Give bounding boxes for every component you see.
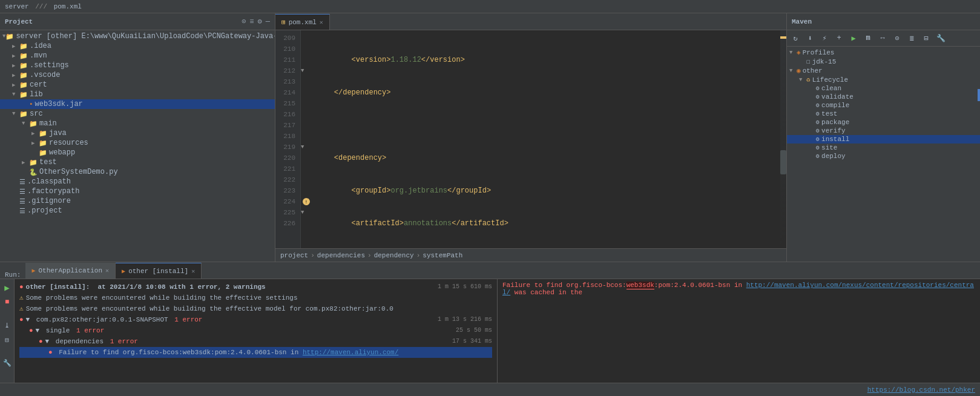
warn1-icon: ⚠ bbox=[19, 293, 24, 303]
tree-item-idea[interactable]: ▶ 📁 .idea bbox=[0, 41, 275, 51]
run-expand-com[interactable]: ▼ bbox=[26, 315, 30, 325]
run-err-failure[interactable]: ● Failure to find org.fisco-bcos:web3sdk… bbox=[19, 347, 492, 358]
tree-item-mvn[interactable]: ▶ 📁 .mvn bbox=[0, 51, 275, 61]
maven-profiles-item[interactable]: ▼ ◈ Profiles bbox=[787, 48, 980, 57]
scroll-thumb[interactable] bbox=[780, 150, 786, 174]
scrollbar-bg bbox=[780, 30, 786, 248]
ln-222: 222 bbox=[278, 174, 295, 185]
collapse-icon[interactable]: ≡ bbox=[249, 18, 254, 26]
tree-item-gitignore[interactable]: ☰ .gitignore bbox=[0, 196, 275, 206]
tree-item-factorypath[interactable]: ☰ .factorypath bbox=[0, 186, 275, 196]
fg-219[interactable]: ▼ bbox=[301, 142, 312, 153]
maven-compile-item[interactable]: ⚙ compile bbox=[787, 101, 980, 110]
tree-item-web3sdk[interactable]: ▪ web3sdk.jar bbox=[0, 99, 275, 109]
jar-icon: ▪ bbox=[29, 101, 33, 108]
tree-item-project[interactable]: ☰ .project bbox=[0, 206, 275, 216]
maven-offline-btn[interactable]: ⊙ bbox=[891, 32, 903, 44]
run-header-time: 1 m 15 s 610 ms bbox=[438, 282, 492, 292]
tab-pom-xml[interactable]: ⊞ pom.xml ✕ bbox=[275, 14, 330, 30]
install-run-icon: ▶ bbox=[122, 268, 125, 275]
fg-212[interactable]: ▼ bbox=[301, 65, 312, 76]
tree-item-webapp[interactable]: 📁 webapp bbox=[0, 148, 275, 157]
breadcrumb-bar: project › dependencies › dependency › sy… bbox=[275, 248, 786, 262]
scope-icon[interactable]: ⊙ bbox=[242, 17, 246, 26]
run-expand-deps[interactable]: ▼ bbox=[45, 337, 50, 346]
minimize-icon[interactable]: — bbox=[266, 18, 270, 26]
maven-download-btn[interactable]: ⬇ bbox=[804, 32, 816, 44]
status-link[interactable]: https://blog.csdn.net/phker bbox=[867, 386, 975, 394]
ln-220: 220 bbox=[278, 153, 295, 163]
detail-link[interactable]: http://maven.aliyun.com/nexus/content/re… bbox=[502, 282, 974, 296]
maven-deps-btn[interactable]: ≣ bbox=[906, 32, 918, 44]
verify-label: verify bbox=[821, 127, 846, 134]
validate-arrow bbox=[809, 93, 816, 101]
code-content[interactable]: <version>1.18.12</version> </dependency>… bbox=[312, 30, 780, 248]
site-arrow bbox=[809, 144, 816, 151]
run-err-single: ● ▼ single 1 error 25 s 50 ms bbox=[19, 325, 492, 336]
maven-package-item[interactable]: ⚙ package bbox=[787, 118, 980, 127]
maven-install-item[interactable]: ⚙ install bbox=[787, 135, 980, 144]
bottom-tab1-close[interactable]: ✕ bbox=[105, 267, 109, 274]
breadcrumb-dependencies[interactable]: dependencies bbox=[317, 252, 365, 259]
tree-item-java[interactable]: ▶ 📁 java bbox=[0, 128, 275, 138]
maven-validate-item[interactable]: ⚙ validate bbox=[787, 93, 980, 101]
maven-settings-btn[interactable]: 🔧 bbox=[935, 32, 947, 44]
lifecycle-icon: ♻ bbox=[806, 76, 811, 84]
tree-item-src[interactable]: ▼ 📁 src bbox=[0, 109, 275, 119]
fg-223 bbox=[301, 185, 312, 196]
maven-test-item[interactable]: ⚙ test bbox=[787, 110, 980, 118]
maven-verify-item[interactable]: ⚙ verify bbox=[787, 127, 980, 135]
tree-item-lib[interactable]: ▼ 📁 lib bbox=[0, 90, 275, 99]
bottom-scroll-end-btn[interactable]: ⤓ bbox=[1, 319, 13, 331]
main-icon: 📁 bbox=[29, 120, 38, 128]
tree-item-vscode[interactable]: ▶ 📁 .vscode bbox=[0, 70, 275, 80]
tree-item-cert[interactable]: ▶ 📁 cert bbox=[0, 80, 275, 90]
bottom-wrench-btn[interactable]: 🔧 bbox=[1, 357, 13, 369]
maven-skip-btn[interactable]: ↔ bbox=[876, 32, 889, 44]
editor-scrollbar[interactable] bbox=[780, 30, 786, 248]
py-arrow bbox=[22, 169, 29, 175]
maven-jdk15-item[interactable]: ☐ jdk-15 bbox=[787, 57, 980, 66]
bottom-tab-other-app[interactable]: ▶ OtherApplication ✕ bbox=[25, 263, 116, 279]
maven-lifecycle-item[interactable]: ▼ ♻ Lifecycle bbox=[787, 75, 980, 84]
fg-226 bbox=[301, 218, 312, 229]
maven-site-item[interactable]: ⚙ site bbox=[787, 144, 980, 152]
maven-run-btn[interactable]: ▶ bbox=[847, 32, 860, 44]
tree-item-resources[interactable]: ▶ 📁 resources bbox=[0, 138, 275, 148]
maven-generate-btn[interactable]: ⚡ bbox=[818, 32, 830, 44]
maven-add-btn[interactable]: + bbox=[833, 32, 845, 44]
warn1-text: Some problems were encountered while bui… bbox=[26, 293, 298, 303]
maven-m-btn[interactable]: m bbox=[862, 32, 874, 44]
tree-item-demo-py[interactable]: 🐍 OtherSystemDemo.py bbox=[0, 167, 275, 177]
tree-item-classpath[interactable]: ☰ .classpath bbox=[0, 177, 275, 186]
install-arrow bbox=[809, 136, 816, 143]
breadcrumb-dependency[interactable]: dependency bbox=[374, 252, 414, 259]
tab-pom-close[interactable]: ✕ bbox=[320, 19, 323, 26]
tree-item-settings[interactable]: ▶ 📁 .settings bbox=[0, 61, 275, 70]
run-expand-single[interactable]: ▼ bbox=[36, 326, 40, 335]
bottom-play-btn[interactable]: ▶ bbox=[1, 282, 13, 294]
maven-clean-item[interactable]: ⚙ clean bbox=[787, 84, 980, 93]
settings-icon[interactable]: ⚙ bbox=[258, 17, 262, 26]
tree-root[interactable]: ▼ 📁 server [other] E:\www\QuKuaiLian\Upl… bbox=[0, 31, 275, 41]
tree-item-test[interactable]: ▶ 📁 test bbox=[0, 157, 275, 167]
tree-item-main[interactable]: ▼ 📁 main bbox=[0, 119, 275, 128]
idea-arrow: ▶ bbox=[12, 43, 19, 50]
ln-217: 217 bbox=[278, 120, 295, 131]
breadcrumb-project[interactable]: project bbox=[280, 252, 308, 259]
err-deps-icon: ● bbox=[39, 337, 43, 346]
bottom-tab2-close[interactable]: ✕ bbox=[191, 268, 195, 275]
bottom-filter-btn[interactable]: ⊟ bbox=[1, 334, 13, 346]
failure-link[interactable]: http://maven.aliyun.com/ bbox=[303, 349, 398, 356]
code-editor: 209 210 211 212 213 214 215 216 217 218 … bbox=[275, 30, 786, 248]
bottom-stop-btn[interactable]: ■ bbox=[1, 296, 13, 308]
ln-215: 215 bbox=[278, 98, 295, 109]
maven-deploy-item[interactable]: ⚙ deploy bbox=[787, 152, 980, 160]
maven-other-item[interactable]: ▼ ◉ other bbox=[787, 66, 980, 75]
bottom-tab-install[interactable]: ▶ other [install] ✕ bbox=[116, 263, 202, 279]
maven-collapse-btn[interactable]: ⊟ bbox=[920, 32, 932, 44]
ln-212: 212 bbox=[278, 65, 295, 76]
maven-reload-btn[interactable]: ↻ bbox=[789, 32, 801, 44]
fg-225[interactable]: ▼ bbox=[301, 207, 312, 218]
breadcrumb-systempath[interactable]: systemPath bbox=[423, 252, 462, 259]
